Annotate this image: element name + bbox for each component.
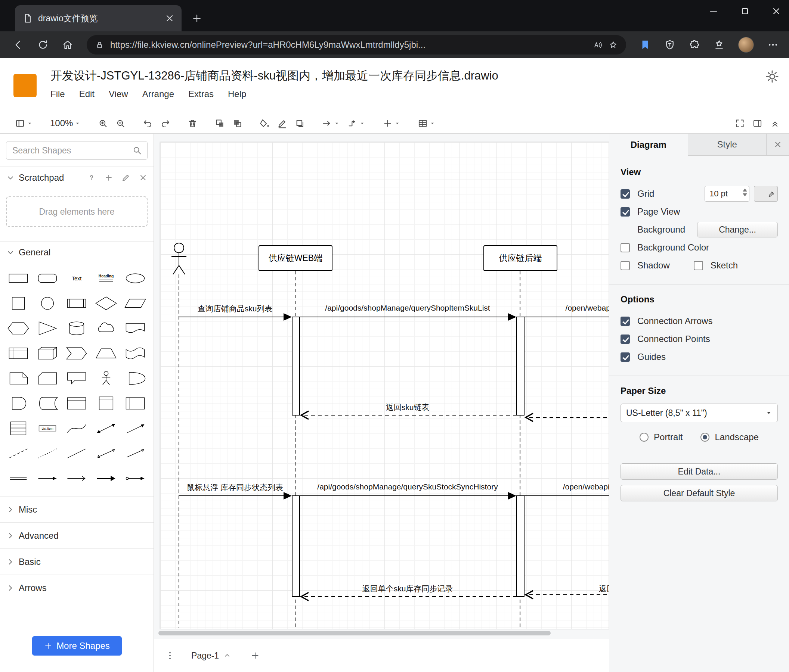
- menu-file[interactable]: File: [50, 88, 70, 100]
- message-label-r2[interactable]: 返回单个sku库存同步记录: [363, 583, 453, 594]
- shape-cylinder[interactable]: [62, 316, 91, 341]
- sidebar-section-misc[interactable]: Misc: [0, 496, 153, 522]
- scratchpad-edit-icon[interactable]: [121, 173, 130, 182]
- shape-line[interactable]: [62, 441, 91, 466]
- shape-cloud[interactable]: [91, 316, 121, 341]
- message-label-m4[interactable]: 鼠标悬浮 库存同步状态列表: [187, 483, 283, 493]
- collapse-toolbar-button[interactable]: [766, 115, 784, 131]
- activation-web-2[interactable]: [292, 496, 300, 597]
- shape-note[interactable]: [4, 366, 33, 391]
- shape-text[interactable]: Text: [62, 266, 91, 291]
- clear-default-style-button[interactable]: Clear Default Style: [621, 485, 778, 502]
- view-button[interactable]: [11, 115, 37, 131]
- shape-arrow[interactable]: [121, 416, 150, 441]
- shape-square[interactable]: [4, 291, 33, 316]
- diagram-canvas[interactable]: 供应链WEB端 供应链后端 查询店铺商品sku列表 /api/goods/sho…: [154, 134, 609, 672]
- format-close-button[interactable]: [767, 134, 789, 155]
- page-tab[interactable]: Page-1: [180, 639, 242, 672]
- tab-style[interactable]: Style: [688, 134, 767, 155]
- shape-rectangle[interactable]: [4, 266, 33, 291]
- sidebar-section-arrows[interactable]: Arrows: [0, 575, 153, 601]
- shape-rounded-rectangle[interactable]: [33, 266, 62, 291]
- favorites-hub-icon[interactable]: [714, 39, 725, 50]
- favorite-star-icon[interactable]: [609, 40, 618, 49]
- shape-circle[interactable]: [33, 291, 62, 316]
- background-change-button[interactable]: Change...: [697, 222, 778, 237]
- zoom-in-button[interactable]: [94, 115, 112, 131]
- shape-link[interactable]: [4, 466, 33, 491]
- scratchpad-dropzone[interactable]: Drag elements here: [6, 196, 148, 227]
- shape-tape[interactable]: [121, 341, 150, 366]
- shape-cube[interactable]: [33, 341, 62, 366]
- shape-bidirectional-connector[interactable]: [91, 441, 121, 466]
- shape-directional-connector[interactable]: [121, 441, 150, 466]
- fill-color-button[interactable]: [256, 115, 273, 131]
- message-label-m6[interactable]: /open/webapi/iten: [563, 483, 609, 491]
- add-page-button[interactable]: [250, 651, 260, 661]
- shape-or[interactable]: [121, 366, 150, 391]
- activation-backend-1[interactable]: [517, 317, 524, 415]
- menu-edit[interactable]: Edit: [79, 88, 100, 100]
- sidebar-section-basic[interactable]: Basic: [0, 548, 153, 575]
- edit-data-button[interactable]: Edit Data...: [621, 463, 778, 480]
- portrait-radio[interactable]: [640, 433, 648, 442]
- shape-step[interactable]: [62, 341, 91, 366]
- connection-style-button[interactable]: [318, 115, 344, 131]
- connection-points-checkbox[interactable]: [621, 334, 630, 344]
- zoom-select[interactable]: 100%: [46, 115, 85, 131]
- shape-trapezoid[interactable]: [91, 341, 121, 366]
- grid-checkbox[interactable]: [621, 189, 630, 199]
- profile-avatar[interactable]: [738, 37, 754, 53]
- message-label-m2[interactable]: /api/goods/shopManage/queryShopItemSkuLi…: [325, 304, 490, 312]
- more-shapes-button[interactable]: More Shapes: [32, 636, 122, 656]
- menu-help[interactable]: Help: [228, 88, 251, 100]
- undo-button[interactable]: [139, 115, 157, 131]
- redo-button[interactable]: [157, 115, 174, 131]
- activation-web-1[interactable]: [292, 317, 300, 415]
- search-shapes-input[interactable]: [6, 141, 148, 160]
- waypoints-button[interactable]: [344, 115, 369, 131]
- home-button[interactable]: [62, 39, 73, 50]
- extensions-icon[interactable]: [689, 39, 700, 50]
- shape-connector-symbol[interactable]: [121, 466, 150, 491]
- to-back-button[interactable]: [228, 115, 246, 131]
- grid-color-swatch[interactable]: [754, 186, 778, 202]
- shape-and[interactable]: [4, 391, 33, 416]
- diagram-page[interactable]: 供应链WEB端 供应链后端 查询店铺商品sku列表 /api/goods/sho…: [160, 142, 609, 629]
- landscape-radio[interactable]: [700, 433, 709, 442]
- scrollbar-thumb[interactable]: [158, 631, 551, 635]
- read-aloud-icon[interactable]: [593, 40, 602, 49]
- format-panel-toggle-button[interactable]: [749, 115, 766, 131]
- zoom-out-button[interactable]: [112, 115, 129, 131]
- guides-checkbox[interactable]: [621, 352, 630, 362]
- address-bar[interactable]: https://file.kkview.cn/onlinePreview?url…: [87, 35, 626, 54]
- paper-size-select[interactable]: US-Letter (8,5" x 11"): [621, 404, 778, 422]
- extension-shield-icon[interactable]: [664, 39, 676, 50]
- sidebar-section-advanced[interactable]: Advanced: [0, 522, 153, 548]
- window-maximize-button[interactable]: [739, 6, 750, 16]
- extension-bookmark-icon[interactable]: [640, 39, 651, 50]
- actor-figure[interactable]: [171, 243, 187, 274]
- line-color-button[interactable]: [273, 115, 291, 131]
- menu-extras[interactable]: Extras: [188, 88, 219, 100]
- theme-toggle-icon[interactable]: [765, 69, 779, 84]
- message-label-m1[interactable]: 查询店铺商品sku列表: [198, 304, 273, 314]
- scratchpad-header[interactable]: Scratchpad: [0, 167, 153, 188]
- shape-horizontal-container[interactable]: [121, 391, 150, 416]
- sidebar-section-general[interactable]: General: [0, 241, 153, 263]
- shape-actor[interactable]: [91, 366, 121, 391]
- connection-arrows-checkbox[interactable]: [621, 317, 630, 326]
- shape-bidirectional-arrow[interactable]: [91, 416, 121, 441]
- window-close-button[interactable]: [771, 6, 781, 16]
- pages-menu-icon[interactable]: [165, 651, 175, 661]
- shape-ellipse[interactable]: [121, 266, 150, 291]
- to-front-button[interactable]: [211, 115, 228, 131]
- menu-arrange[interactable]: Arrange: [142, 88, 179, 100]
- shape-triangle[interactable]: [33, 316, 62, 341]
- background-color-checkbox[interactable]: [621, 243, 630, 252]
- lifeline-box-backend[interactable]: 供应链后端: [483, 245, 557, 271]
- shape-arrow-open[interactable]: [62, 466, 91, 491]
- activation-backend-2[interactable]: [517, 496, 524, 597]
- message-label-m5[interactable]: /api/goods/shopManage/querySkuStockSyncH…: [317, 483, 498, 491]
- shape-heading[interactable]: Heading: [91, 266, 121, 291]
